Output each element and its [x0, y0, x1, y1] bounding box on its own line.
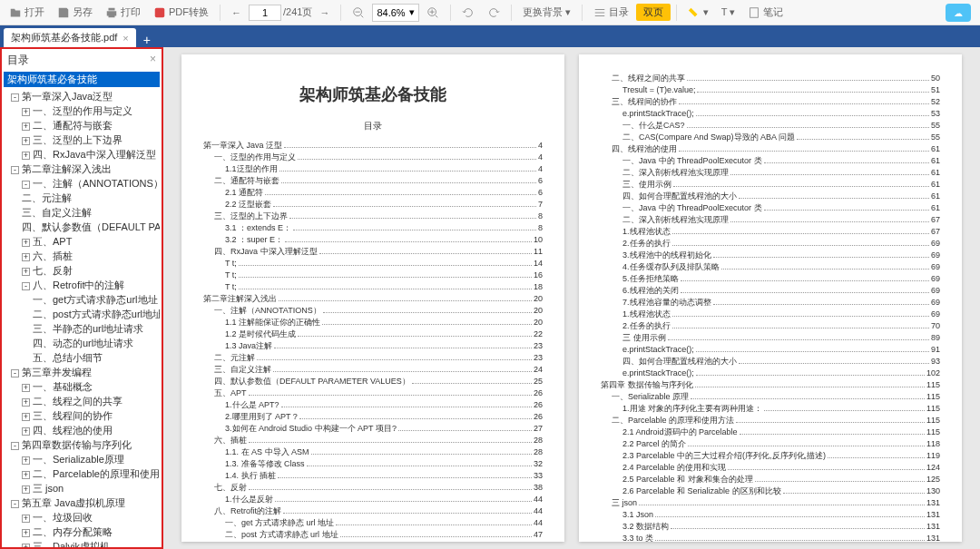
sidebar-item[interactable]: +二、通配符与嵌套	[4, 118, 160, 132]
toc-entry: 2.4 Parcelable 的使用和实现124	[601, 462, 940, 474]
sidebar-item[interactable]: +五、APT	[4, 234, 160, 249]
zoom-out-button[interactable]	[347, 5, 370, 21]
sidebar-item[interactable]: -第二章注解深入浅出	[4, 162, 160, 176]
page-total-label: /241页	[283, 5, 312, 19]
toc-entry: 二、深入剖析线程池实现原理67	[601, 214, 940, 226]
sidebar-item[interactable]: +三、泛型的上下边界	[4, 132, 160, 147]
sidebar-item[interactable]: -一、注解（ANNOTATIONS）	[4, 176, 160, 191]
notes-button[interactable]: 笔记	[742, 4, 789, 21]
sidebar-item[interactable]: 四、默认参数值（DEFAULT PARAMET	[4, 220, 160, 234]
toc-entry: 1.1 注解能保证你的正确性20	[203, 317, 543, 328]
sidebar-item[interactable]: +六、插桩	[4, 249, 160, 263]
expand-icon[interactable]: +	[22, 384, 30, 392]
change-bg-button[interactable]: 更换背景 ▾	[517, 4, 576, 21]
prev-page-button[interactable]: ←	[226, 5, 247, 20]
expand-icon[interactable]: +	[22, 529, 30, 537]
collapse-icon[interactable]: -	[22, 181, 30, 189]
text-button[interactable]: T ▾	[716, 5, 741, 20]
collapse-icon[interactable]: -	[11, 166, 19, 174]
sidebar-item[interactable]: +四、线程池的使用	[4, 423, 160, 437]
rotate-right-button[interactable]	[482, 5, 505, 21]
toc-entry: 2.6 Parcelable 和 Serializable 的区别和比较130	[601, 485, 940, 497]
toc-entry: 2.5 Parcelable 和 对象和集合的处理125	[601, 474, 940, 485]
sidebar-item[interactable]: -第三章并发编程	[4, 365, 160, 379]
expand-icon[interactable]: +	[22, 456, 30, 465]
sidebar-item[interactable]: +一、Serializable原理	[4, 452, 160, 466]
expand-icon[interactable]: +	[22, 253, 30, 261]
expand-icon[interactable]: +	[22, 471, 30, 479]
cloud-sync-icon[interactable]: ☁	[946, 4, 971, 22]
collapse-icon[interactable]: -	[11, 500, 19, 508]
sidebar-item[interactable]: +三 json	[4, 481, 160, 495]
open-button[interactable]: 打开	[4, 4, 50, 21]
new-tab-button[interactable]: +	[136, 33, 158, 47]
pdf-convert-button[interactable]: PDF转换	[148, 4, 214, 21]
save-as-button[interactable]: 另存	[52, 4, 98, 21]
collapse-icon[interactable]: -	[11, 93, 19, 102]
collapse-icon[interactable]: -	[11, 369, 19, 377]
sidebar-item[interactable]: +二、Parcelable的原理和使用方法	[4, 466, 160, 481]
toc-entry: 一、Java 中的 ThreadPoolExecutor 类61	[601, 155, 940, 167]
file-tab[interactable]: 架构师筑基必备技能.pdf ×	[4, 28, 136, 47]
sidebar-item[interactable]: +一、垃圾回收	[4, 510, 160, 524]
close-sidebar-icon[interactable]: ×	[150, 53, 156, 68]
toc-entry: 3.2 数据结构131	[601, 521, 940, 533]
file-tab-label: 架构师筑基必备技能.pdf	[11, 31, 117, 44]
expand-icon[interactable]: +	[22, 123, 30, 131]
expand-icon[interactable]: +	[22, 398, 30, 407]
expand-icon[interactable]: +	[22, 268, 30, 276]
sidebar-item[interactable]: 二、元注解	[4, 191, 160, 205]
sidebar-item[interactable]: +一、泛型的作用与定义	[4, 103, 160, 118]
toc-entry: 三、使用示例61	[601, 179, 940, 191]
sidebar-item[interactable]: -八、Retrofit中的注解	[4, 278, 160, 292]
outline-button[interactable]: 目录	[588, 4, 634, 21]
sidebar-item[interactable]: -第四章数据传输与序列化	[4, 437, 160, 452]
sidebar-item[interactable]: 一、get方式请求静态url地址	[4, 292, 160, 307]
highlight-button[interactable]: ▾	[682, 5, 714, 21]
sidebar-item[interactable]: +七、反射	[4, 263, 160, 278]
expand-icon[interactable]: +	[22, 108, 30, 116]
collapse-icon[interactable]: -	[11, 442, 19, 450]
sidebar-root-item[interactable]: 架构师筑基必备技能	[4, 72, 160, 87]
sidebar-item[interactable]: +三、Dalvik虚拟机	[4, 539, 160, 549]
expand-icon[interactable]: +	[22, 544, 30, 549]
toc-entry: 3.1 ：extends E：8	[203, 222, 543, 234]
sidebar-item[interactable]: 二、post方式请求静态url地址	[4, 307, 160, 321]
rotate-left-button[interactable]	[456, 5, 480, 21]
sidebar-item[interactable]: 四、动态的url地址请求	[4, 336, 160, 350]
expand-icon[interactable]: +	[22, 485, 30, 494]
zoom-select[interactable]: 84.6% ▾	[372, 4, 418, 22]
toc-entry: 1.1泛型的作用4	[203, 163, 543, 175]
sidebar-item[interactable]: 三、自定义注解	[4, 205, 160, 220]
toc-entry: 7.线程池容量的动态调整69	[601, 297, 940, 309]
sidebar-item[interactable]: +二、线程之间的共享	[4, 394, 160, 408]
sidebar-item[interactable]: 五、总结小细节	[4, 350, 160, 365]
zoom-in-button[interactable]	[421, 5, 445, 21]
sidebar-item[interactable]: +四、RxJava中深入理解泛型	[4, 147, 160, 162]
toc-entry: 1.线程池状态67	[601, 226, 940, 238]
toc-entry: 1.3. 准备等修改 Class32	[203, 458, 543, 470]
expand-icon[interactable]: +	[22, 152, 30, 160]
sidebar-item[interactable]: +二、内存分配策略	[4, 524, 160, 539]
sidebar-item[interactable]: +一、基础概念	[4, 379, 160, 394]
page-number-input[interactable]	[249, 5, 281, 21]
collapse-icon[interactable]: -	[22, 282, 30, 290]
toc-entry: 三、半静态的 url 地址请求47	[203, 541, 543, 542]
expand-icon[interactable]: +	[22, 137, 30, 145]
expand-icon[interactable]: +	[22, 515, 30, 523]
toc-entry: 一、get 方式请求静态 url 地址44	[203, 517, 543, 529]
dual-page-button[interactable]: 双页	[636, 4, 671, 21]
toc-entry: 四、如何合理配置线程池的大小93	[601, 356, 940, 368]
expand-icon[interactable]: +	[22, 239, 30, 247]
toc-entry: 1.4. 执行 插桩33	[203, 470, 543, 482]
sidebar-item[interactable]: 三、半静态的url地址请求	[4, 321, 160, 336]
sidebar-item[interactable]: +三、线程间的协作	[4, 408, 160, 423]
expand-icon[interactable]: +	[22, 427, 30, 436]
print-button[interactable]: 打印	[100, 4, 146, 21]
sidebar-item[interactable]: -第一章深入Java泛型	[4, 89, 160, 103]
sidebar-item[interactable]: -第五章 Java虚拟机原理	[4, 495, 160, 510]
expand-icon[interactable]: +	[22, 413, 30, 421]
toc-entry: 七、反射38	[203, 482, 543, 494]
close-tab-icon[interactable]: ×	[122, 33, 128, 44]
next-page-button[interactable]: →	[314, 5, 335, 20]
